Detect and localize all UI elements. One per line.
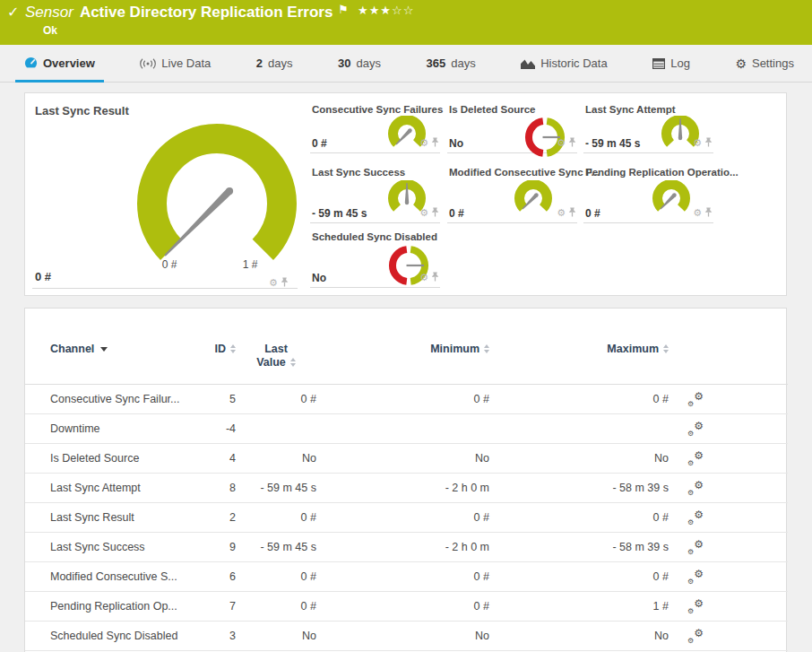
channel-maximum: - 58 m 39 s <box>489 482 669 494</box>
tab-label: Log <box>670 57 690 70</box>
pin-icon[interactable] <box>568 135 576 151</box>
channel-id: 6 <box>207 570 236 583</box>
gauge-cell-modified-consecutive-sync-failures: Modified Consecutive Sync F... 0 # ⚙ <box>447 163 577 223</box>
channel-last-value: - 59 m 45 s <box>236 541 316 553</box>
table-row: Last Sync Success9- 59 m 45 s- 2 h 0 m- … <box>25 533 788 562</box>
gauge-title: Last Sync Attempt <box>585 104 676 115</box>
channel-id: 7 <box>207 600 236 613</box>
channel-maximum: No <box>489 452 669 465</box>
column-header-last-value[interactable]: Last Value <box>236 343 316 369</box>
gauge-title: Pending Replication Operatio... <box>585 167 739 178</box>
channel-last-value: 0 # <box>236 600 316 613</box>
gauge-settings-gear-icon[interactable]: ⚙ <box>419 138 428 148</box>
tab-overview[interactable]: Overview <box>15 45 104 82</box>
page-title: Active Directory Replication Errors <box>80 2 333 22</box>
channel-settings-gears-icon[interactable]: ⚙⚙ <box>687 569 704 584</box>
tab-log[interactable]: Log <box>644 45 699 82</box>
favorite-flag-icon[interactable]: ⚑ <box>338 3 349 16</box>
channel-settings-gears-icon[interactable]: ⚙⚙ <box>687 451 704 465</box>
gauge-settings-gear-icon[interactable]: ⚙ <box>557 138 566 148</box>
gauge-cell-is-deleted-source: Is Deleted Source No ⚙ <box>447 100 577 153</box>
channel-id: 2 <box>207 511 236 524</box>
gauge-title: Modified Consecutive Sync F... <box>449 167 600 178</box>
channel-settings-gears-icon[interactable]: ⚙⚙ <box>687 540 704 554</box>
channel-settings-gears-icon[interactable]: ⚙⚙ <box>687 392 704 406</box>
gauge-settings-gear-icon[interactable]: ⚙ <box>693 138 702 148</box>
channel-maximum: 0 # <box>489 393 669 405</box>
column-header-channel[interactable]: Channel <box>50 343 207 369</box>
pin-icon[interactable] <box>704 204 713 221</box>
channel-minimum: 0 # <box>316 570 489 583</box>
gauge-settings-gear-icon[interactable]: ⚙ <box>419 273 428 283</box>
channel-name: Scheduled Sync Disabled <box>50 630 207 642</box>
main-gauge-value: 0 # <box>35 270 51 283</box>
main-gauge-min-label: 0 # <box>156 258 183 271</box>
priority-stars[interactable]: ★★★☆☆ <box>358 4 414 17</box>
column-label: ID <box>215 343 227 356</box>
channel-name: Pending Replication Op... <box>50 600 207 613</box>
gauge-settings-gear-icon[interactable]: ⚙ <box>269 278 278 288</box>
pin-icon[interactable] <box>568 204 576 221</box>
channel-id: 9 <box>207 541 236 553</box>
tab-bar: Overview Live Data 2 days 30 days 365 da… <box>0 45 812 83</box>
tab-label: days <box>451 57 475 70</box>
tab-365-days[interactable]: 365 days <box>418 45 485 82</box>
gear-icon: ⚙ <box>735 57 747 71</box>
channel-last-value: No <box>236 452 316 465</box>
channel-maximum: - 58 m 39 s <box>489 541 669 553</box>
channel-minimum: - 2 h 0 m <box>316 482 489 494</box>
tab-settings[interactable]: ⚙ Settings <box>726 45 803 82</box>
channel-name: Last Sync Success <box>50 541 207 553</box>
pin-icon[interactable] <box>431 204 439 221</box>
gauge-settings-gear-icon[interactable]: ⚙ <box>419 208 428 218</box>
column-header-minimum[interactable]: Minimum <box>316 343 489 369</box>
mini-gauge <box>651 180 692 220</box>
column-header-maximum[interactable]: Maximum <box>489 343 669 369</box>
channel-minimum: No <box>316 452 489 465</box>
pin-icon[interactable] <box>431 269 439 285</box>
table-row: Pending Replication Op...70 #0 #1 #⚙⚙ <box>25 592 788 622</box>
tab-label: Settings <box>752 57 794 70</box>
gauge-settings-gear-icon[interactable]: ⚙ <box>693 208 702 218</box>
table-row: Scheduled Sync Disabled3NoNoNo⚙⚙ <box>25 622 788 651</box>
channel-minimum: - 2 h 0 m <box>316 541 489 553</box>
main-gauge-max-label: 1 # <box>237 258 263 271</box>
tab-label: Live Data <box>161 57 211 70</box>
mini-gauge <box>513 180 554 220</box>
channel-maximum: 0 # <box>489 570 669 583</box>
channel-settings-gears-icon[interactable]: ⚙⚙ <box>687 422 704 436</box>
gauge-cell-consecutive-sync-failures: Consecutive Sync Failures 0 # ⚙ <box>310 100 440 153</box>
tab-historic-data[interactable]: Historic Data <box>512 45 616 82</box>
channels-table-panel: Channel ID Last Value Minimum Maximum <box>24 308 787 652</box>
tab-30-days[interactable]: 30 days <box>329 45 390 82</box>
channel-last-value: - 59 m 45 s <box>236 482 316 494</box>
table-row: Modified Consecutive S...60 #0 #0 #⚙⚙ <box>25 562 788 592</box>
tab-number: 30 <box>338 57 350 70</box>
channel-settings-gears-icon[interactable]: ⚙⚙ <box>687 481 704 495</box>
table-row: Is Deleted Source4NoNoNo⚙⚙ <box>25 444 788 474</box>
tab-live-data[interactable]: Live Data <box>131 45 220 82</box>
channel-settings-gears-icon[interactable]: ⚙⚙ <box>687 599 704 613</box>
gauge-value: - 59 m 45 s <box>312 207 367 220</box>
gauge-cell-last-sync-attempt: Last Sync Attempt - 59 m 45 s ⚙ <box>583 100 713 153</box>
gauge-cell-last-sync-success: Last Sync Success - 59 m 45 s ⚙ <box>310 163 440 223</box>
tab-label: Overview <box>43 57 95 70</box>
sort-caret-icon <box>100 347 108 352</box>
pin-icon[interactable] <box>704 135 713 151</box>
sensor-kind-label: Sensor <box>25 2 73 22</box>
gauge-title: Is Deleted Source <box>449 104 536 115</box>
divider <box>32 288 298 289</box>
pin-icon[interactable] <box>431 135 439 151</box>
channel-settings-gears-icon[interactable]: ⚙⚙ <box>687 629 704 643</box>
tab-2-days[interactable]: 2 days <box>247 45 302 82</box>
channel-maximum: 1 # <box>489 600 669 613</box>
channel-settings-gears-icon[interactable]: ⚙⚙ <box>687 510 704 525</box>
channel-id: 5 <box>207 393 236 405</box>
main-gauge-title: Last Sync Result <box>35 104 129 117</box>
channel-name: Is Deleted Source <box>50 452 207 465</box>
channel-minimum: No <box>316 630 489 642</box>
gauges-panel: Last Sync Result 0 # 1 # 0 # ⚙ Consecuti… <box>24 92 787 296</box>
channel-minimum: 0 # <box>316 600 489 613</box>
column-header-id[interactable]: ID <box>207 343 236 369</box>
gauge-settings-gear-icon[interactable]: ⚙ <box>557 208 566 218</box>
